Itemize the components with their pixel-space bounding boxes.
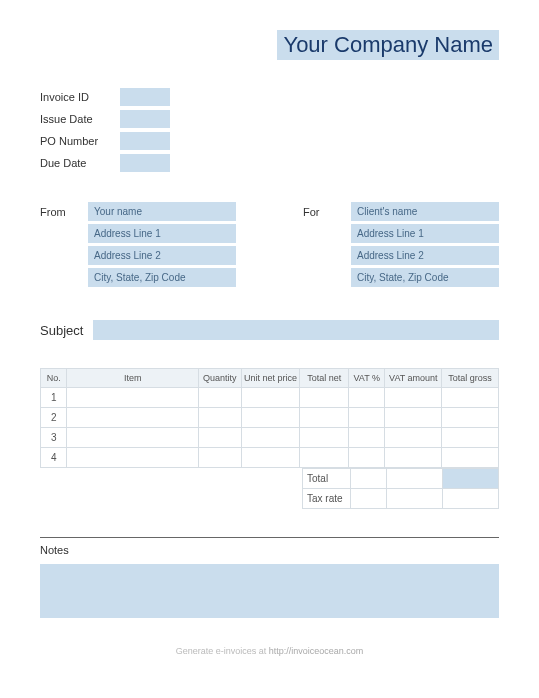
- due-date-label: Due Date: [40, 157, 120, 169]
- row-cell[interactable]: [385, 388, 442, 408]
- col-vata: VAT amount: [385, 369, 442, 388]
- row-cell[interactable]: [67, 388, 199, 408]
- row-cell[interactable]: [199, 428, 242, 448]
- from-addr1-field[interactable]: Address Line 1: [88, 224, 236, 243]
- row-cell[interactable]: [300, 428, 349, 448]
- row-cell[interactable]: [385, 408, 442, 428]
- row-cell[interactable]: [442, 408, 499, 428]
- row-cell[interactable]: [349, 428, 385, 448]
- company-name-text: Your Company Name: [277, 30, 499, 60]
- po-number-field[interactable]: [120, 132, 170, 150]
- po-number-label: PO Number: [40, 135, 120, 147]
- row-cell[interactable]: [442, 448, 499, 468]
- meta-issue-date: Issue Date: [40, 110, 499, 128]
- row-cell[interactable]: [349, 388, 385, 408]
- total-label: Total: [303, 469, 351, 489]
- due-date-field[interactable]: [120, 154, 170, 172]
- parties-section: From Your name Address Line 1 Address Li…: [40, 202, 499, 290]
- row-number-cell: 3: [41, 428, 67, 448]
- total-row: Total: [303, 469, 499, 489]
- row-cell[interactable]: [67, 448, 199, 468]
- table-row: 4: [41, 448, 499, 468]
- row-cell[interactable]: [300, 448, 349, 468]
- row-cell[interactable]: [199, 408, 242, 428]
- for-column: For Client's name Address Line 1 Address…: [303, 202, 499, 290]
- for-addr1-field[interactable]: Address Line 1: [351, 224, 499, 243]
- row-cell[interactable]: [300, 408, 349, 428]
- from-name-field[interactable]: Your name: [88, 202, 236, 221]
- row-cell[interactable]: [199, 448, 242, 468]
- col-vatp: VAT %: [349, 369, 385, 388]
- row-cell[interactable]: [385, 448, 442, 468]
- col-qty: Quantity: [199, 369, 242, 388]
- footer-link[interactable]: http://invoiceocean.com: [269, 646, 364, 656]
- total-vata-cell[interactable]: [387, 469, 443, 489]
- for-name-field[interactable]: Client's name: [351, 202, 499, 221]
- tax-row: Tax rate: [303, 489, 499, 509]
- row-cell[interactable]: [385, 428, 442, 448]
- from-label: From: [40, 202, 88, 290]
- row-cell[interactable]: [241, 428, 300, 448]
- footer-prefix: Generate e-invoices at: [176, 646, 269, 656]
- from-column: From Your name Address Line 1 Address Li…: [40, 202, 236, 290]
- row-cell[interactable]: [241, 388, 300, 408]
- meta-po-number: PO Number: [40, 132, 499, 150]
- col-unit: Unit net price: [241, 369, 300, 388]
- row-cell[interactable]: [300, 388, 349, 408]
- subject-field[interactable]: [93, 320, 499, 340]
- tax-vata-cell[interactable]: [387, 489, 443, 509]
- row-number-cell: 4: [41, 448, 67, 468]
- from-addr2-field[interactable]: Address Line 2: [88, 246, 236, 265]
- notes-field[interactable]: [40, 564, 499, 618]
- company-title[interactable]: Your Company Name: [40, 30, 499, 60]
- row-number-cell: 2: [41, 408, 67, 428]
- row-cell[interactable]: [349, 448, 385, 468]
- tax-label: Tax rate: [303, 489, 351, 509]
- tax-vatp-cell[interactable]: [351, 489, 387, 509]
- row-cell[interactable]: [442, 428, 499, 448]
- table-row: 1: [41, 388, 499, 408]
- row-cell[interactable]: [349, 408, 385, 428]
- issue-date-label: Issue Date: [40, 113, 120, 125]
- meta-invoice-id: Invoice ID: [40, 88, 499, 106]
- row-cell[interactable]: [199, 388, 242, 408]
- col-net: Total net: [300, 369, 349, 388]
- for-addr2-field[interactable]: Address Line 2: [351, 246, 499, 265]
- row-cell[interactable]: [241, 408, 300, 428]
- for-csz-field[interactable]: City, State, Zip Code: [351, 268, 499, 287]
- total-vatp-cell[interactable]: [351, 469, 387, 489]
- tax-gross-cell[interactable]: [443, 489, 499, 509]
- col-no: No.: [41, 369, 67, 388]
- row-cell[interactable]: [241, 448, 300, 468]
- invoice-id-label: Invoice ID: [40, 91, 120, 103]
- row-cell[interactable]: [442, 388, 499, 408]
- table-row: 3: [41, 428, 499, 448]
- row-cell[interactable]: [67, 408, 199, 428]
- subject-label: Subject: [40, 323, 83, 338]
- notes-label: Notes: [40, 544, 499, 556]
- for-label: For: [303, 202, 351, 290]
- row-cell[interactable]: [67, 428, 199, 448]
- total-gross-cell[interactable]: [443, 469, 499, 489]
- invoice-id-field[interactable]: [120, 88, 170, 106]
- totals-section: Total Tax rate: [40, 468, 499, 509]
- items-table: No. Item Quantity Unit net price Total n…: [40, 368, 499, 468]
- col-item: Item: [67, 369, 199, 388]
- subject-row: Subject: [40, 320, 499, 340]
- footer: Generate e-invoices at http://invoiceoce…: [40, 646, 499, 656]
- row-number-cell: 1: [41, 388, 67, 408]
- items-header-row: No. Item Quantity Unit net price Total n…: [41, 369, 499, 388]
- divider: [40, 537, 499, 538]
- from-csz-field[interactable]: City, State, Zip Code: [88, 268, 236, 287]
- issue-date-field[interactable]: [120, 110, 170, 128]
- meta-due-date: Due Date: [40, 154, 499, 172]
- col-gross: Total gross: [442, 369, 499, 388]
- table-row: 2: [41, 408, 499, 428]
